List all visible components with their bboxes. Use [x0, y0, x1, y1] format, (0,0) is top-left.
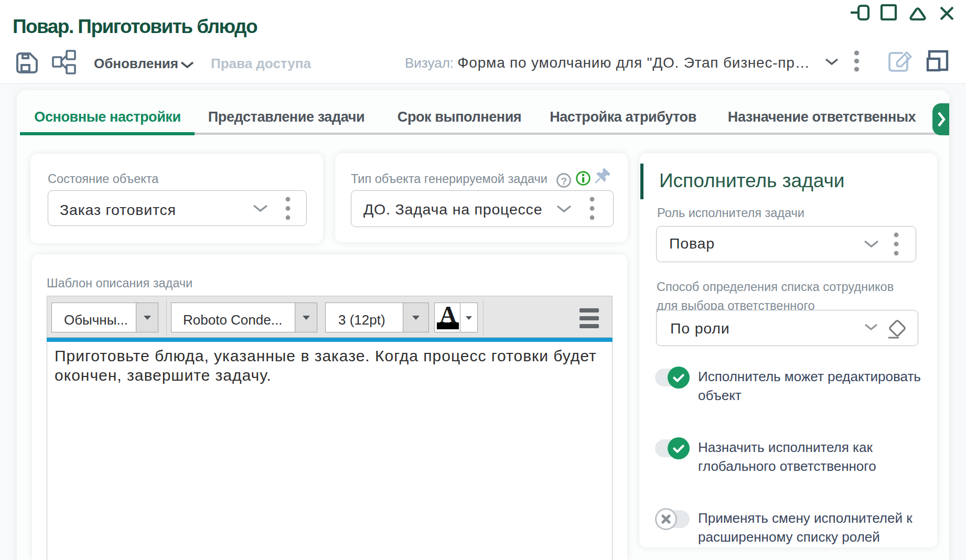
svg-text:?: ?	[561, 176, 567, 187]
